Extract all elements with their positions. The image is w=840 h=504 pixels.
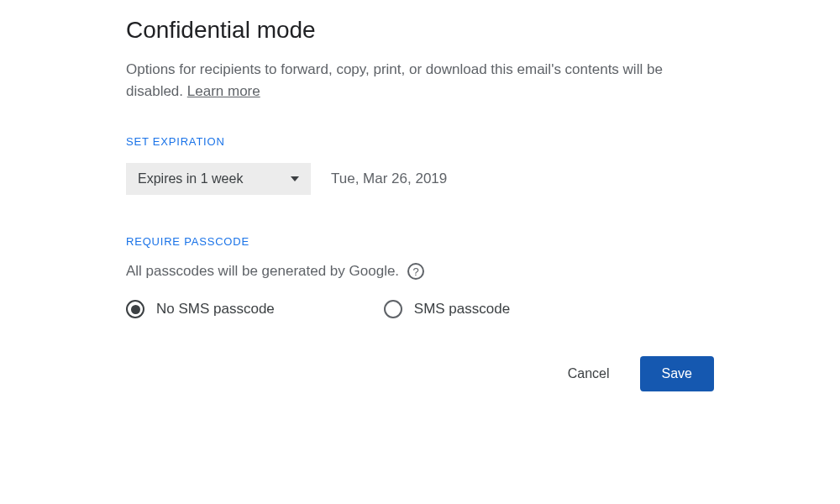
dialog-actions: Cancel Save (126, 356, 714, 391)
expiration-dropdown[interactable]: Expires in 1 week (126, 163, 311, 195)
passcode-description-row: All passcodes will be generated by Googl… (126, 263, 714, 280)
chevron-down-icon (291, 176, 299, 181)
radio-label: SMS passcode (414, 301, 510, 318)
dialog-title: Confidential mode (126, 17, 714, 44)
dropdown-value: Expires in 1 week (138, 171, 243, 186)
radio-label: No SMS passcode (156, 301, 275, 318)
expiration-date: Tue, Mar 26, 2019 (331, 171, 447, 187)
expiration-row: Expires in 1 week Tue, Mar 26, 2019 (126, 163, 714, 195)
radio-no-sms-passcode[interactable]: No SMS passcode (126, 300, 275, 318)
passcode-description-text: All passcodes will be generated by Googl… (126, 263, 399, 280)
radio-selected-icon (126, 300, 144, 318)
cancel-button[interactable]: Cancel (561, 358, 617, 390)
save-button[interactable]: Save (640, 356, 714, 391)
passcode-radio-group: No SMS passcode SMS passcode (126, 300, 714, 318)
radio-unselected-icon (384, 300, 402, 318)
radio-sms-passcode[interactable]: SMS passcode (384, 300, 510, 318)
set-expiration-label: SET EXPIRATION (126, 135, 714, 148)
learn-more-link[interactable]: Learn more (187, 83, 260, 99)
require-passcode-label: REQUIRE PASSCODE (126, 235, 714, 248)
dialog-description: Options for recipients to forward, copy,… (126, 59, 714, 102)
confidential-mode-dialog: Confidential mode Options for recipients… (126, 17, 714, 391)
help-icon[interactable]: ? (407, 263, 424, 280)
